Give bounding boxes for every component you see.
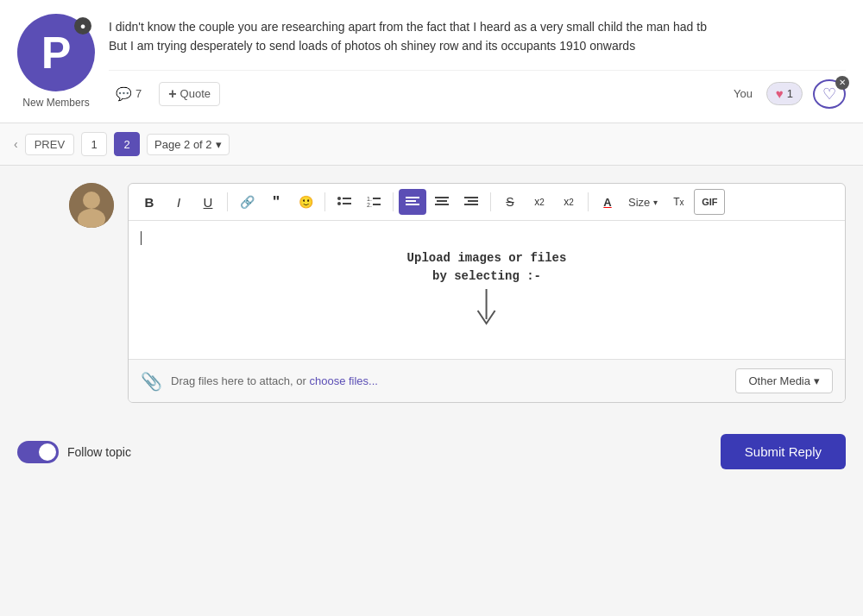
svg-rect-18 [468, 200, 478, 202]
svg-point-5 [337, 202, 341, 205]
svg-rect-19 [464, 204, 478, 205]
reply-section: B I U 🔗 " 🙂 1.2. [0, 166, 863, 420]
heart-outline-icon: ♡ [822, 85, 836, 104]
toggle-knob [39, 443, 56, 461]
other-media-button[interactable]: Other Media ▾ [735, 368, 833, 393]
italic-button[interactable]: I [165, 189, 192, 215]
paperclip-icon: 📎 [141, 371, 162, 392]
svg-rect-10 [373, 204, 381, 205]
heart-icon: ♥ [776, 86, 784, 101]
page-1-button[interactable]: 1 [81, 132, 107, 156]
follow-label: Follow topic [67, 445, 131, 459]
comment-icon: 💬 [116, 86, 132, 102]
svg-rect-11 [406, 197, 419, 198]
size-dropdown[interactable]: Size ▾ [623, 192, 663, 212]
attach-text: Drag files here to attach, or choose fil… [171, 374, 378, 387]
svg-rect-15 [437, 200, 447, 202]
arrow-down [407, 289, 567, 330]
submit-reply-button[interactable]: Submit Reply [721, 434, 846, 469]
svg-point-3 [337, 197, 341, 200]
svg-rect-12 [406, 200, 416, 202]
chevron-down-icon: ▾ [653, 198, 658, 207]
upload-hint-line2: by selecting :- [407, 267, 567, 286]
superscript-button[interactable]: x2 [526, 189, 553, 215]
upload-hint-line1: Upload images or files [407, 249, 567, 267]
toolbar-separator-5 [588, 192, 589, 211]
bullet-list-button[interactable] [331, 189, 358, 215]
quote-button[interactable]: + Quote [159, 82, 220, 106]
blockquote-button[interactable]: " [262, 189, 290, 215]
editor-container: B I U 🔗 " 🙂 1.2. [128, 183, 846, 403]
online-badge: ● [74, 17, 91, 35]
add-reaction-button[interactable]: ✕ ♡ [813, 79, 846, 109]
choose-files-link[interactable]: choose files... [309, 374, 378, 387]
svg-rect-6 [343, 203, 351, 204]
post-content: I didn't know the couple you are researc… [109, 14, 846, 109]
align-center-button[interactable] [428, 189, 456, 215]
bold-button[interactable]: B [135, 189, 163, 215]
svg-rect-4 [343, 198, 351, 199]
svg-text:1.: 1. [367, 196, 372, 202]
chevron-down-icon: ▾ [216, 138, 222, 151]
emoji-button[interactable]: 🙂 [292, 189, 319, 215]
svg-rect-16 [435, 204, 449, 205]
chevron-left-icon: ‹ [14, 137, 18, 151]
underline-button[interactable]: U [194, 189, 222, 215]
svg-rect-13 [406, 204, 419, 205]
align-right-button[interactable] [457, 189, 485, 215]
follow-topic-area: Follow topic [17, 441, 131, 463]
svg-rect-14 [435, 197, 449, 198]
toolbar-separator-2 [324, 192, 325, 211]
you-label: You [734, 87, 753, 100]
strikethrough-button[interactable]: S [496, 189, 524, 215]
gif-button[interactable]: GIF [694, 189, 725, 215]
page-dropdown[interactable]: Page 2 of 2 ▾ [147, 134, 230, 155]
svg-point-1 [83, 192, 100, 209]
pagination-bar: ‹ PREV 1 2 Page 2 of 2 ▾ [0, 123, 863, 166]
align-left-button[interactable] [399, 189, 426, 215]
bottom-bar: Follow topic Submit Reply [0, 420, 863, 483]
editor-body[interactable]: Upload images or files by selecting :- [129, 221, 845, 359]
post-text: I didn't know the couple you are researc… [109, 17, 846, 56]
reply-avatar [69, 183, 114, 228]
toolbar-separator-4 [490, 192, 491, 211]
post-card: P ● New Members I didn't know the couple… [0, 0, 863, 123]
attach-bar: 📎 Drag files here to attach, or choose f… [129, 359, 845, 402]
svg-rect-8 [373, 198, 381, 199]
subscript-button[interactable]: x2 [555, 189, 583, 215]
svg-rect-17 [464, 197, 478, 198]
editor-toolbar: B I U 🔗 " 🙂 1.2. [129, 184, 845, 221]
close-badge: ✕ [835, 76, 849, 90]
avatar-wrapper: P ● New Members [17, 14, 95, 109]
editor-cursor [141, 231, 142, 245]
reaction-button[interactable]: ♥ 1 [766, 82, 803, 105]
chevron-down-icon: ▾ [814, 374, 820, 387]
clear-format-button[interactable]: Tx [665, 189, 692, 215]
plus-icon: + [168, 86, 176, 102]
font-color-button[interactable]: A [594, 189, 621, 215]
toolbar-separator-3 [393, 192, 394, 211]
prev-button[interactable]: PREV [25, 134, 74, 155]
link-button[interactable]: 🔗 [233, 189, 261, 215]
upload-hint: Upload images or files by selecting :- [407, 249, 567, 330]
comment-button[interactable]: 💬 7 [109, 83, 148, 105]
member-label: New Members [17, 97, 95, 109]
follow-topic-toggle[interactable] [17, 441, 59, 463]
numbered-list-button[interactable]: 1.2. [360, 189, 387, 215]
toolbar-separator-1 [227, 192, 228, 211]
page-2-button[interactable]: 2 [114, 132, 140, 156]
post-actions: 💬 7 + Quote You ♥ 1 ✕ ♡ [109, 70, 846, 109]
svg-text:2.: 2. [367, 202, 372, 208]
